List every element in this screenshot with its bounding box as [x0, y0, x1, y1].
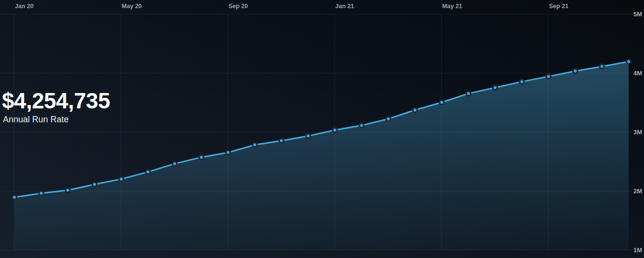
x-axis-label: Jan 21 — [335, 3, 354, 10]
data-point[interactable] — [413, 108, 417, 112]
x-axis-label: May 21 — [442, 3, 462, 10]
data-point[interactable] — [386, 117, 391, 121]
data-point[interactable] — [226, 151, 230, 155]
data-point[interactable] — [39, 191, 43, 195]
x-axis-label: Sep 21 — [549, 3, 568, 10]
data-point[interactable] — [333, 128, 337, 132]
data-point[interactable] — [440, 100, 444, 105]
x-axis-label: Jan 20 — [15, 3, 34, 10]
data-point[interactable] — [172, 162, 177, 166]
data-point[interactable] — [359, 123, 364, 128]
data-point[interactable] — [306, 134, 310, 138]
data-point[interactable] — [119, 177, 123, 181]
data-point[interactable] — [12, 195, 16, 199]
data-point[interactable] — [199, 155, 203, 159]
data-point[interactable] — [66, 188, 70, 192]
line-chart-canvas[interactable]: Jan 20May 20Sep 20Jan 21May 21Sep 215M4M… — [0, 0, 644, 258]
y-axis-label: 3M — [633, 129, 642, 136]
y-axis-label: 2M — [633, 188, 642, 195]
data-point[interactable] — [493, 85, 497, 90]
arr-dashboard-chart: Jan 20May 20Sep 20Jan 21May 21Sep 215M4M… — [0, 0, 644, 258]
data-point[interactable] — [466, 92, 471, 96]
data-point[interactable] — [279, 139, 284, 143]
y-axis-label: 1M — [633, 246, 642, 254]
data-point[interactable] — [626, 59, 631, 64]
data-point[interactable] — [546, 74, 550, 79]
data-point[interactable] — [92, 182, 96, 187]
y-axis-label: 4M — [633, 70, 642, 77]
data-point[interactable] — [252, 143, 257, 147]
x-axis-label: Sep 20 — [228, 3, 248, 10]
data-point[interactable] — [573, 69, 577, 73]
area-fill — [14, 62, 629, 250]
y-axis-label: 5M — [633, 11, 642, 18]
data-point[interactable] — [520, 80, 524, 84]
data-point[interactable] — [600, 64, 604, 69]
x-axis-label: May 20 — [122, 3, 142, 10]
data-point[interactable] — [146, 170, 150, 174]
